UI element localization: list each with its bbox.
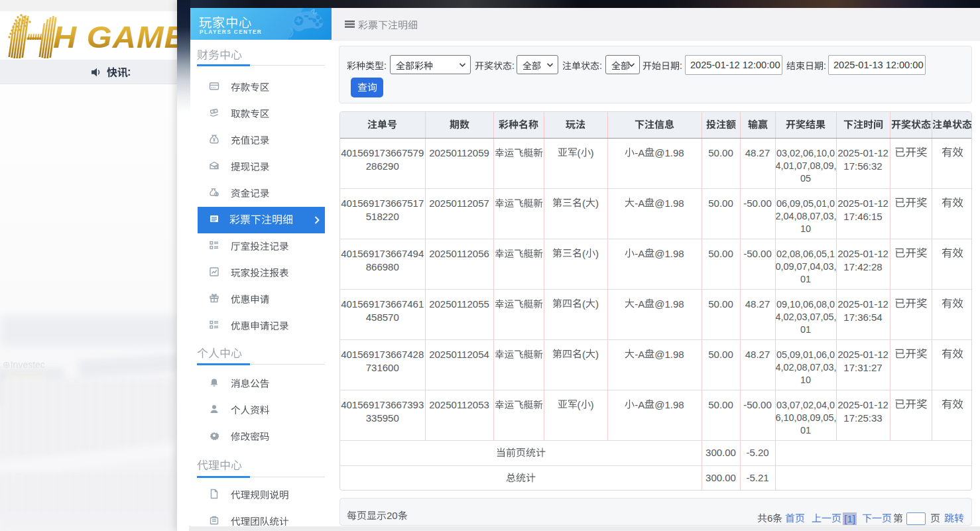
- svg-text:$: $: [215, 192, 217, 196]
- svg-text:H GAME: H GAME: [53, 20, 177, 54]
